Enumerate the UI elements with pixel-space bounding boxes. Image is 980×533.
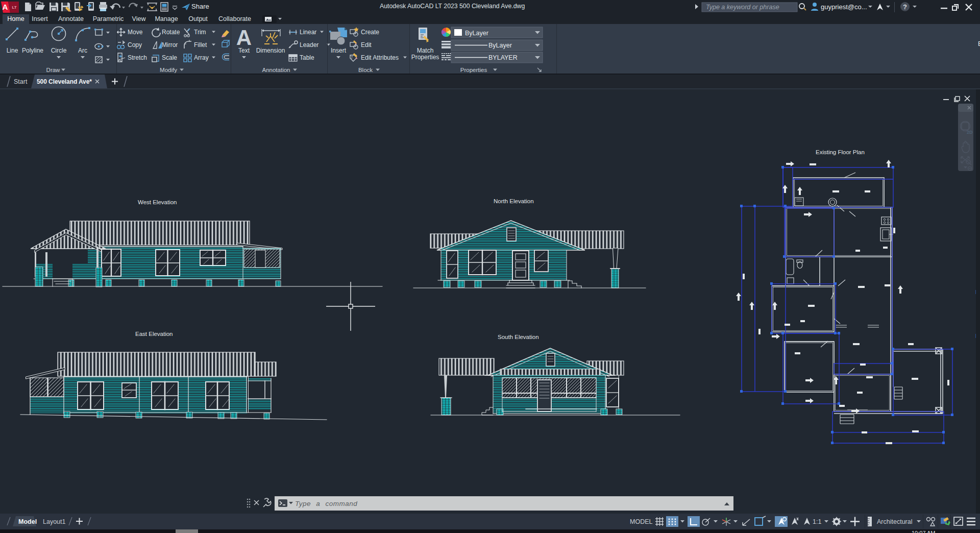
svg-text:West Elevation: West Elevation	[138, 199, 177, 205]
svg-text:2D: 2D	[967, 130, 973, 135]
svg-text:Array: Array	[194, 54, 209, 61]
svg-text:Polyline: Polyline	[22, 47, 43, 54]
svg-text:Type a keyword or phrase: Type a keyword or phrase	[706, 4, 779, 11]
svg-text:Dimension: Dimension	[256, 47, 285, 54]
svg-text:South Elevation: South Elevation	[498, 334, 539, 340]
svg-text:BYLAYER: BYLAYER	[488, 54, 518, 61]
svg-text:A: A	[236, 26, 252, 50]
svg-text:East Elevation: East Elevation	[135, 331, 173, 337]
svg-text:Annotation: Annotation	[262, 67, 290, 73]
svg-text:Draw: Draw	[46, 67, 61, 73]
svg-text:Stretch: Stretch	[128, 54, 147, 61]
svg-text:Layout1: Layout1	[43, 518, 66, 525]
svg-text:Trim: Trim	[194, 29, 206, 36]
svg-text:?: ?	[903, 3, 907, 11]
svg-text:North Elevation: North Elevation	[494, 198, 534, 204]
svg-text:Match: Match	[417, 47, 434, 54]
svg-text:MODEL: MODEL	[630, 518, 653, 525]
svg-text:Properties: Properties	[411, 54, 439, 61]
svg-text:Edit: Edit	[361, 41, 372, 49]
svg-text:Table: Table	[300, 54, 314, 61]
svg-text:B: B	[978, 40, 980, 47]
svg-text:Insert: Insert	[331, 47, 347, 54]
svg-text:Type a command: Type a command	[295, 500, 357, 507]
svg-text:Create: Create	[361, 29, 379, 36]
svg-text:Fillet: Fillet	[194, 41, 207, 49]
svg-text:Existing Floor Plan: Existing Floor Plan	[816, 149, 865, 155]
svg-text:LT: LT	[12, 5, 16, 10]
svg-text:Architectural: Architectural	[877, 518, 912, 525]
svg-text:Circle: Circle	[51, 47, 67, 54]
svg-text:Edit Attributes: Edit Attributes	[361, 54, 399, 61]
svg-text:Mirror: Mirror	[162, 41, 178, 49]
svg-text:guypriest@co...: guypriest@co...	[821, 3, 867, 11]
svg-text:Model: Model	[18, 518, 37, 525]
svg-text:A: A	[3, 3, 8, 11]
svg-text:Start: Start	[14, 78, 28, 85]
svg-text:Line: Line	[7, 47, 18, 54]
svg-text:ByLayer: ByLayer	[488, 42, 512, 49]
svg-text:1:1: 1:1	[813, 518, 821, 525]
svg-text:Leader: Leader	[300, 41, 318, 49]
svg-text:Arc: Arc	[78, 47, 87, 54]
svg-text:Properties: Properties	[460, 67, 487, 73]
svg-text:Linear: Linear	[300, 29, 316, 36]
svg-text:Rotate: Rotate	[162, 29, 180, 36]
svg-text:500 Cleveland Ave*: 500 Cleveland Ave*	[37, 78, 92, 85]
svg-text:Text: Text	[238, 47, 250, 54]
svg-text:ByLayer: ByLayer	[465, 30, 488, 37]
svg-text:Scale: Scale	[162, 54, 177, 61]
svg-text:Modify: Modify	[160, 67, 177, 73]
svg-text:Copy: Copy	[128, 41, 142, 49]
svg-text:Move: Move	[128, 29, 143, 36]
svg-text:Block: Block	[358, 67, 373, 73]
